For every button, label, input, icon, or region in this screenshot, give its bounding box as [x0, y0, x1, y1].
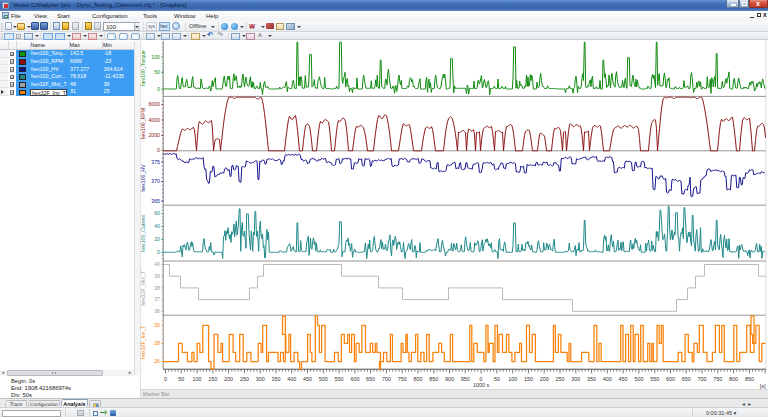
svg-text:20: 20: [154, 236, 160, 242]
svg-text:850: 850: [744, 376, 753, 382]
svg-text:850: 850: [429, 376, 438, 382]
svg-text:40: 40: [154, 261, 160, 267]
svg-text:350: 350: [587, 376, 596, 382]
svg-text:600: 600: [666, 376, 675, 382]
svg-text:700: 700: [381, 376, 390, 382]
svg-text:[s]: [s]: [759, 383, 765, 389]
svg-text:hex100_Torque: hex100_Torque: [140, 50, 146, 86]
svg-text:250: 250: [239, 376, 248, 382]
svg-text:60: 60: [154, 210, 160, 216]
svg-text:150: 150: [523, 376, 532, 382]
svg-text:hex32F_Mot_T: hex32F_Mot_T: [140, 270, 146, 306]
svg-text:36: 36: [154, 308, 160, 314]
svg-text:450: 450: [618, 376, 627, 382]
svg-text:39: 39: [154, 273, 160, 279]
svg-text:900: 900: [445, 376, 454, 382]
svg-text:200: 200: [224, 376, 233, 382]
svg-text:hex100_Current: hex100_Current: [140, 214, 146, 252]
svg-text:550: 550: [650, 376, 659, 382]
svg-text:100: 100: [508, 376, 517, 382]
svg-text:500: 500: [318, 376, 327, 382]
svg-text:100: 100: [192, 376, 201, 382]
svg-text:650: 650: [366, 376, 375, 382]
svg-text:300: 300: [255, 376, 264, 382]
svg-text:600: 600: [350, 376, 359, 382]
svg-text:26: 26: [154, 358, 160, 364]
svg-text:0: 0: [157, 86, 160, 92]
svg-text:450: 450: [303, 376, 312, 382]
svg-text:1000 s: 1000 s: [473, 382, 489, 388]
svg-text:hex100_HV: hex100_HV: [140, 164, 146, 192]
svg-text:37: 37: [154, 296, 160, 302]
svg-text:4000: 4000: [148, 117, 160, 123]
svg-text:30: 30: [154, 322, 160, 328]
svg-text:350: 350: [271, 376, 280, 382]
svg-text:6000: 6000: [148, 101, 160, 107]
svg-text:hex100_RPM: hex100_RPM: [140, 108, 146, 139]
svg-text:650: 650: [681, 376, 690, 382]
svg-text:28: 28: [154, 340, 160, 346]
svg-text:500: 500: [634, 376, 643, 382]
svg-text:370: 370: [151, 178, 160, 184]
svg-text:Marker Bar: Marker Bar: [143, 391, 170, 397]
svg-text:800: 800: [413, 376, 422, 382]
svg-text:550: 550: [334, 376, 343, 382]
svg-text:0: 0: [164, 376, 167, 382]
svg-text:365: 365: [151, 198, 160, 204]
svg-text:800: 800: [729, 376, 738, 382]
svg-text:38: 38: [154, 285, 160, 291]
svg-text:950: 950: [460, 376, 469, 382]
svg-text:750: 750: [713, 376, 722, 382]
svg-text:700: 700: [697, 376, 706, 382]
svg-text:40: 40: [154, 223, 160, 229]
svg-text:750: 750: [397, 376, 406, 382]
svg-text:375: 375: [151, 159, 160, 165]
svg-text:250: 250: [555, 376, 564, 382]
svg-text:50: 50: [178, 376, 184, 382]
svg-text:2000: 2000: [148, 132, 160, 138]
svg-text:0: 0: [157, 147, 160, 153]
svg-text:0: 0: [479, 376, 482, 382]
svg-text:0: 0: [157, 249, 160, 255]
svg-text:hex32F_Inv_T: hex32F_Inv_T: [140, 325, 146, 359]
svg-text:150: 150: [208, 376, 217, 382]
svg-text:50: 50: [154, 69, 160, 75]
svg-text:300: 300: [571, 376, 580, 382]
svg-text:200: 200: [539, 376, 548, 382]
svg-text:50: 50: [493, 376, 499, 382]
svg-text:400: 400: [602, 376, 611, 382]
svg-text:100: 100: [151, 54, 160, 60]
svg-text:400: 400: [287, 376, 296, 382]
